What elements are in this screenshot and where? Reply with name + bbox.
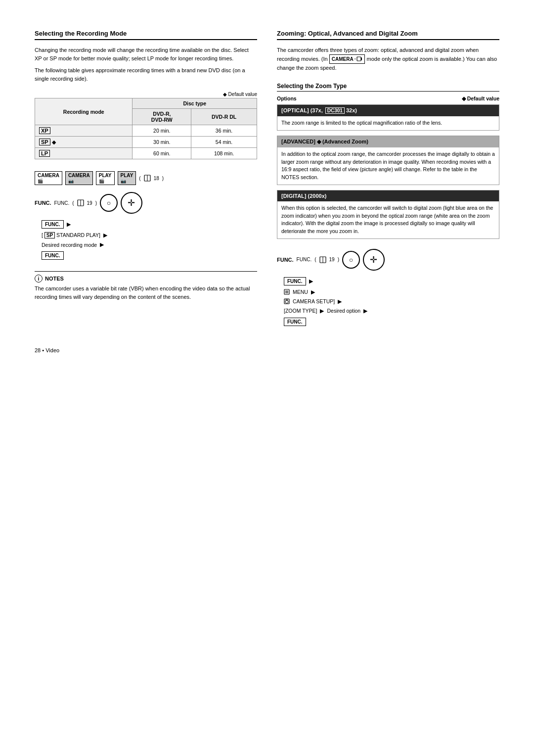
- right-step-3: CAMERA SETUP] ▶: [284, 298, 499, 305]
- camera-btn-2: CAMERA📷: [65, 171, 93, 185]
- digital-header: [DIGITAL] (2000x): [277, 190, 499, 201]
- page-ref-18: 18: [154, 176, 159, 181]
- desired-option-text: Desired option: [327, 308, 360, 314]
- advanced-header: [ADVANCED] ◆ (Advanced Zoom): [277, 136, 499, 147]
- default-value-note-left: ◆ Default value: [35, 92, 257, 97]
- table-row: XP 20 min. 36 min.: [35, 125, 257, 137]
- page-ref-19-right: 19: [329, 257, 335, 262]
- nav-circle-left: ○: [100, 194, 118, 212]
- col-recording-mode: Recording mode: [35, 98, 133, 125]
- open-bracket2: (: [72, 200, 74, 206]
- page-ref-19: 19: [87, 200, 92, 206]
- lp-dvdrdl: 108 min.: [191, 148, 257, 159]
- step-2: [ SP STANDARD PLAY] ▶: [42, 232, 257, 238]
- col-dvdr: DVD-R,DVD-RW: [133, 109, 191, 125]
- mode-xp: XP: [35, 125, 133, 137]
- zoom-type-text: [ZOOM TYPE]: [284, 308, 317, 314]
- digital-body: When this option is selected, the camcor…: [277, 201, 499, 238]
- dpad-left: ✛: [121, 192, 142, 214]
- recording-mode-table: Recording mode Disc type DVD-R,DVD-RW DV…: [35, 98, 257, 159]
- camera-btn-1: CAMERA🎬: [35, 171, 62, 185]
- left-intro-p2: The following table gives approximate re…: [35, 66, 257, 83]
- camcorder-icon: [356, 56, 362, 61]
- func-box-1: FUNC.: [42, 220, 64, 229]
- option-digital: [DIGITAL] (2000x) When this option is se…: [277, 190, 499, 239]
- sp-dvdrdl: 54 min.: [191, 137, 257, 148]
- option-optical: [OPTICAL] (37x, DC301 32x) The zoom rang…: [277, 104, 499, 131]
- page-ref-bracket: (: [139, 176, 140, 181]
- svg-rect-4: [357, 57, 361, 61]
- left-intro-p1: Changing the recording mode will change …: [35, 46, 257, 62]
- book-icon-right: [319, 256, 326, 263]
- notes-section: i NOTES The camcorder uses a variable bi…: [35, 271, 257, 305]
- page-number: 28 • Video: [35, 347, 59, 353]
- recording-mode-table-wrapper: ◆ Default value Recording mode Disc type…: [35, 92, 257, 159]
- optical-body: The zoom range is limited to the optical…: [277, 116, 499, 130]
- menu-icon: [284, 289, 290, 295]
- mode-sp: SP ◆: [35, 137, 133, 148]
- col-dvdrdl: DVD-R DL: [191, 109, 257, 125]
- close-bracket-right: ): [338, 257, 339, 262]
- table-row: SP ◆ 30 min. 54 min.: [35, 137, 257, 148]
- right-step-4: [ZOOM TYPE] ▶ Desired option ▶: [284, 308, 499, 314]
- open-bracket-right: (: [314, 257, 316, 262]
- dpad-right: ✛: [363, 249, 385, 271]
- close-bracket2: ): [95, 200, 97, 206]
- sp-dvdr: 30 min.: [133, 137, 191, 148]
- dc301-badge: DC301: [325, 107, 345, 114]
- menu-text: MENU: [293, 289, 308, 295]
- play-btn-1: PLAY🎬: [96, 171, 115, 185]
- option-advanced: [ADVANCED] ◆ (Advanced Zoom) In addition…: [277, 136, 499, 185]
- func-steps-block-left: FUNC. ▶ [ SP STANDARD PLAY] ▶ Desired re…: [42, 219, 257, 261]
- svg-marker-5: [361, 57, 362, 60]
- footer: 28 • Video: [35, 347, 499, 353]
- svg-rect-14: [286, 299, 288, 300]
- options-label-row: Options ◆ Default value: [277, 95, 499, 101]
- options-label: Options: [277, 95, 297, 101]
- table-row: LP 60 min. 108 min.: [35, 148, 257, 159]
- func-steps-block-right: FUNC. ▶ MENU ▶ CAMERA SETUP] ▶ [ZOOM TYP…: [284, 276, 499, 328]
- controls-row: CAMERA🎬 CAMERA📷 PLAY🎬 PLAY📷 ( 18 ): [35, 171, 257, 185]
- camera-mode-badge: CAMERA ·: [329, 54, 365, 64]
- right-step-2: MENU ▶: [284, 289, 499, 295]
- advanced-body: In addition to the optical zoom range, t…: [277, 147, 499, 185]
- right-column: Zooming: Optical, Advanced and Digital Z…: [277, 30, 499, 332]
- right-intro-p1: The camcorder offers three types of zoom…: [277, 46, 499, 72]
- xp-dvdrdl: 36 min.: [191, 125, 257, 137]
- camera-text: CAMERA: [332, 55, 354, 63]
- book-icon-2: [77, 199, 84, 206]
- dot-separator: ·: [355, 55, 356, 63]
- right-func-box-2: FUNC.: [284, 318, 306, 326]
- left-column: Selecting the Recording Mode Changing th…: [35, 30, 257, 332]
- right-func-box-1: FUNC.: [284, 277, 306, 285]
- notes-text: The camcorder uses a variable bit rate (…: [35, 284, 257, 301]
- desired-mode-text: Desired recording mode: [42, 242, 97, 248]
- step-3: Desired recording mode ▶: [42, 241, 257, 248]
- right-step-5: FUNC.: [284, 317, 499, 327]
- right-step-1: FUNC. ▶: [284, 277, 499, 286]
- info-icon: i: [35, 275, 43, 283]
- notes-label: NOTES: [45, 276, 64, 282]
- func-controls-row: FUNC. FUNC. ( 19 ) ○ ✛: [35, 192, 257, 214]
- close-bracket: ): [162, 176, 164, 181]
- camera-setup-icon: [284, 298, 290, 304]
- lp-dvdr: 60 min.: [133, 148, 191, 159]
- xp-dvdr: 20 min.: [133, 125, 191, 137]
- notes-header: i NOTES: [35, 275, 257, 283]
- func-controls-row-right: FUNC. FUNC. ( 19 ) ○ ✛: [277, 249, 499, 271]
- mode-lp: LP: [35, 148, 133, 159]
- func-label-right: FUNC.: [277, 257, 294, 263]
- play-btn-2: PLAY📷: [118, 171, 136, 185]
- col-disc-type: Disc type: [133, 98, 257, 109]
- nav-circle-right: ○: [342, 251, 360, 269]
- sp-icon-inline: [ SP STANDARD PLAY]: [42, 232, 100, 238]
- right-section-title: Zooming: Optical, Advanced and Digital Z…: [277, 30, 499, 40]
- zoom-type-subtitle: Selecting the Zoom Type: [277, 83, 499, 92]
- func-box-2: FUNC.: [42, 251, 64, 260]
- default-value-right: ◆ Default value: [462, 95, 499, 101]
- func-label-left: FUNC.: [35, 200, 51, 206]
- step-4: FUNC.: [42, 251, 257, 260]
- camera-setup-text: CAMERA SETUP]: [293, 298, 335, 304]
- step-1: FUNC. ▶: [42, 220, 257, 229]
- svg-point-13: [285, 300, 288, 303]
